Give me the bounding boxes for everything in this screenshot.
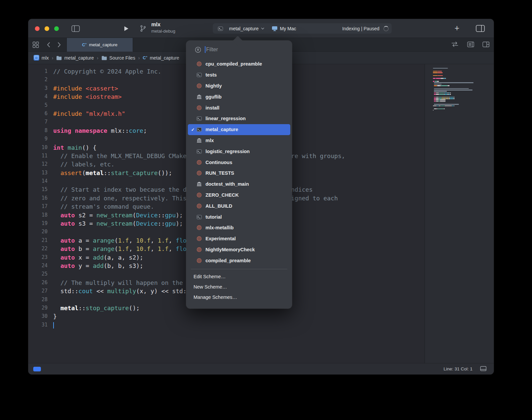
editor-layout-button[interactable]	[476, 25, 485, 32]
line-number[interactable]: 25	[28, 270, 48, 278]
run-button[interactable]	[124, 26, 129, 31]
breadcrumb-metal_capture[interactable]: metal_capture	[143, 55, 179, 61]
navigate-forward-icon[interactable]	[58, 42, 61, 48]
destination-label: My Mac	[280, 26, 296, 31]
line-number[interactable]: 4	[28, 93, 48, 101]
line-number[interactable]: 13	[28, 169, 48, 177]
scheme-item-compiled_preamble[interactable]: compiled_preamble	[188, 255, 290, 266]
scheme-item-install[interactable]: install	[188, 102, 290, 113]
line-number[interactable]: 2	[28, 76, 48, 84]
breadcrumb-Source Files[interactable]: Source Files	[101, 55, 135, 61]
line-number-gutter[interactable]: 1234567891011121314151617181920212223242…	[28, 67, 48, 329]
line-number[interactable]: 7	[28, 118, 48, 126]
project-icon	[34, 55, 39, 61]
scheme-project-name: mlx	[151, 22, 161, 28]
line-number[interactable]: 6	[28, 109, 48, 118]
line-number[interactable]: 28	[28, 296, 48, 304]
scheme-item-label: tests	[205, 72, 217, 78]
line-number[interactable]: 12	[28, 160, 48, 168]
zoom-window-button[interactable]	[54, 26, 59, 31]
popover-separator	[191, 269, 287, 269]
scheme-selector[interactable]: metal_capture	[216, 25, 266, 32]
chevron-right-icon	[97, 55, 98, 61]
tab-overview-icon[interactable]	[33, 42, 39, 48]
scheme-item-tutorial[interactable]: tutorial	[188, 211, 290, 222]
scheme-item-RUN_TESTS[interactable]: RUN_TESTS	[188, 168, 290, 179]
minimize-window-button[interactable]	[45, 26, 49, 31]
line-number[interactable]: 23	[28, 253, 48, 262]
line-number[interactable]: 24	[28, 262, 48, 270]
scheme-item-linear_regression[interactable]: linear_regression	[188, 113, 290, 124]
add-tab-button[interactable]	[455, 23, 460, 33]
line-number[interactable]: 21	[28, 236, 48, 245]
scheme-item-ZERO_CHECK[interactable]: ZERO_CHECK	[188, 190, 290, 201]
scheme-item-gguflib[interactable]: gguflib	[188, 91, 290, 102]
line-number[interactable]: 1	[28, 67, 48, 76]
line-number[interactable]: 14	[28, 177, 48, 185]
scheme-item-ALL_BUILD[interactable]: ALL_BUILD	[188, 200, 290, 211]
breakpoint-indicator[interactable]	[33, 367, 41, 371]
add-editor-icon[interactable]	[482, 42, 489, 47]
line-number[interactable]: 15	[28, 185, 48, 194]
scheme-item-doctest_with_main[interactable]: doctest_with_main	[188, 179, 290, 190]
target-icon	[197, 192, 202, 198]
scheme-item-label: doctest_with_main	[205, 181, 249, 187]
target-icon	[197, 203, 202, 209]
destination-selector[interactable]: My Mac	[272, 26, 296, 31]
scheme-item-tests[interactable]: tests	[188, 70, 290, 81]
line-number[interactable]: 30	[28, 312, 48, 320]
scheme-item-label: compiled_preamble	[205, 258, 251, 263]
sidebar-toggle-icon[interactable]	[71, 25, 80, 32]
close-window-button[interactable]	[35, 26, 40, 31]
scheme-item-metal_capture[interactable]: ✓metal_capture	[188, 124, 290, 135]
scheme-item-Experimental[interactable]: Experimental	[188, 233, 290, 244]
scheme-item-logistic_regression[interactable]: logistic_regression	[188, 146, 290, 157]
line-number[interactable]: 17	[28, 202, 48, 211]
line-number[interactable]: 19	[28, 219, 48, 228]
chevron-right-icon	[52, 55, 54, 61]
tab-label: metal_capture	[89, 42, 118, 47]
scheme-filter-input[interactable]: Filter	[190, 44, 288, 55]
scheme-item-Continuous[interactable]: Continuous	[188, 157, 290, 168]
editor-options-icon[interactable]	[467, 42, 474, 47]
line-number[interactable]: 5	[28, 101, 48, 109]
code-line	[53, 321, 424, 329]
breadcrumb-mlx[interactable]: mlx	[34, 55, 49, 61]
scheme-item-NightlyMemoryCheck[interactable]: NightlyMemoryCheck	[188, 244, 290, 255]
scheme-item-mlx-metallib[interactable]: mlx-metallib	[188, 222, 290, 233]
target-icon	[197, 61, 202, 67]
breadcrumb-label: mlx	[42, 55, 49, 61]
menu-item-new-scheme-[interactable]: New Scheme…	[186, 282, 292, 292]
line-number[interactable]: 18	[28, 211, 48, 219]
activity-status[interactable]: Indexing | Paused	[342, 26, 389, 31]
navigate-back-icon[interactable]	[47, 42, 50, 48]
line-number[interactable]: 3	[28, 84, 48, 93]
menu-item-edit-scheme-[interactable]: Edit Scheme…	[186, 271, 292, 282]
related-items-icon[interactable]	[451, 42, 459, 47]
line-number[interactable]: 27	[28, 287, 48, 295]
terminal-icon	[197, 149, 202, 154]
minimap[interactable]	[425, 64, 494, 363]
line-number[interactable]: 11	[28, 152, 48, 160]
scheme-actions: Edit Scheme…New Scheme…Manage Schemes…	[186, 271, 292, 302]
cpp-file-icon	[82, 43, 87, 47]
line-number[interactable]: 31	[28, 321, 48, 329]
scheme-item-label: metal_capture	[205, 127, 238, 132]
line-number[interactable]: 22	[28, 245, 48, 253]
line-number[interactable]: 20	[28, 228, 48, 236]
line-number[interactable]: 26	[28, 279, 48, 287]
line-number[interactable]: 16	[28, 194, 48, 202]
tab-metal-capture[interactable]: metal_capture	[66, 38, 133, 52]
line-number[interactable]: 9	[28, 135, 48, 143]
line-number[interactable]: 10	[28, 143, 48, 152]
line-number[interactable]: 8	[28, 126, 48, 135]
scheme-item-cpu_compiled_preamble[interactable]: cpu_compiled_preamble	[188, 59, 290, 70]
scheme-item-Nightly[interactable]: Nightly	[188, 81, 290, 92]
scheme-destination-bar: metal_capture My Mac Indexing | Paused	[213, 23, 392, 34]
target-icon	[197, 160, 202, 165]
breadcrumb-metal_capture[interactable]: metal_capture	[56, 55, 94, 61]
menu-item-manage-schemes-[interactable]: Manage Schemes…	[186, 292, 292, 302]
scheme-item-mlx[interactable]: mlx	[188, 135, 290, 146]
adjust-editor-icon[interactable]	[480, 366, 486, 372]
line-number[interactable]: 29	[28, 304, 48, 312]
